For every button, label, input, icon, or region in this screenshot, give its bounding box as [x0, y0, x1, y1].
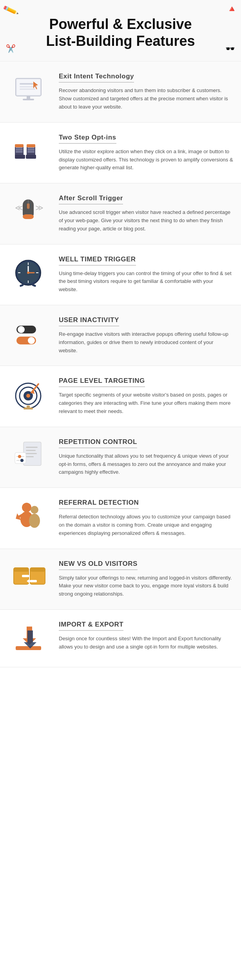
svg-rect-11 [16, 149, 23, 150]
repetition-desc: Unique functionality that allows you to … [59, 452, 233, 476]
after-scroll-content: After Scroll Trigger Use advanced scroll… [59, 194, 233, 233]
svg-rect-66 [14, 568, 29, 572]
after-scroll-icon: ≪ ≫ [8, 194, 51, 230]
page-level-content: PAGE LEVEL TARGETING Target specific seg… [59, 377, 233, 415]
feature-import-export: IMPORT & EXPORT Design once for countles… [0, 610, 241, 667]
svg-rect-14 [26, 155, 36, 159]
user-inactivity-desc: Re-engage inactive visitors with interac… [59, 330, 233, 355]
referral-content: REFERRAL DETECTION Referral detection te… [59, 499, 233, 537]
svg-text:≪: ≪ [15, 203, 23, 212]
pencil-icon: ✏️ [2, 2, 19, 19]
svg-rect-70 [30, 568, 45, 572]
import-export-icon [8, 621, 51, 656]
svg-rect-49 [27, 406, 30, 408]
page-title: Powerful & Exclusive List-Building Featu… [24, 16, 217, 49]
svg-point-39 [18, 326, 25, 333]
svg-rect-6 [23, 99, 34, 100]
svg-rect-54 [26, 456, 34, 457]
svg-rect-17 [27, 151, 34, 152]
svg-rect-25 [23, 214, 34, 219]
svg-rect-53 [26, 453, 37, 454]
svg-point-62 [31, 506, 38, 514]
svg-rect-16 [27, 149, 34, 150]
two-step-content: Two Step Opt-ins Utilize the visitor exp… [59, 134, 233, 172]
svg-rect-4 [20, 89, 35, 90]
new-vs-old-title: NEW VS OLD VISITORS [59, 560, 138, 570]
svg-point-41 [28, 337, 35, 344]
feature-page-level: PAGE LEVEL TARGETING Target specific seg… [0, 366, 241, 427]
after-scroll-desc: Use advanced scroll trigger when visitor… [59, 208, 233, 233]
repetition-title: REPETITION CONTROL [59, 438, 137, 448]
svg-rect-10 [16, 147, 23, 149]
two-step-title: Two Step Opt-ins [59, 134, 116, 144]
svg-rect-67 [22, 575, 29, 577]
svg-point-59 [20, 459, 24, 462]
svg-point-47 [26, 394, 30, 398]
new-vs-old-icon [8, 560, 51, 595]
user-inactivity-title: USER INACTIVITY [59, 316, 119, 326]
after-scroll-title: After Scroll Trigger [59, 194, 123, 205]
exit-intent-icon [8, 72, 51, 108]
scissors-icon: ✂️ [6, 44, 16, 53]
feature-user-inactivity: USER INACTIVITY Re-engage inactive visit… [0, 305, 241, 366]
new-vs-old-desc: Simply tailor your offerings to new, ret… [59, 574, 233, 598]
svg-rect-18 [15, 144, 24, 147]
svg-rect-36 [20, 284, 24, 287]
svg-rect-19 [27, 144, 35, 147]
svg-rect-37 [32, 284, 36, 287]
svg-rect-52 [26, 450, 36, 451]
feature-well-timed: WELL TIMED TRIGGER Using time-delay trig… [0, 245, 241, 305]
well-timed-desc: Using time-delay triggers you can contro… [59, 270, 233, 294]
well-timed-content: WELL TIMED TRIGGER Using time-delay trig… [59, 255, 233, 294]
svg-rect-55 [15, 453, 26, 464]
svg-point-57 [18, 455, 21, 458]
exit-intent-title: Exit Intent Technology [59, 72, 134, 83]
feature-after-scroll: ≪ ≫ After Scroll Trigger Use advanced sc… [0, 183, 241, 244]
well-timed-icon [8, 255, 51, 291]
user-inactivity-icon [8, 316, 51, 351]
two-step-desc: Utilize the visitor explore action when … [59, 148, 233, 172]
new-vs-old-content: NEW VS OLD VISITORS Simply tailor your o… [59, 560, 233, 598]
page-level-desc: Target specific segments of your website… [59, 391, 233, 415]
svg-rect-71 [30, 580, 37, 582]
svg-rect-35 [27, 260, 30, 262]
import-export-desc: Design once for countless sites! With th… [59, 635, 233, 651]
referral-icon [8, 499, 51, 534]
page-header: ✏️ 🔺 ✂️ 🕶️ Powerful & Exclusive List-Bui… [0, 0, 241, 62]
two-step-icon [8, 134, 51, 169]
triangle-icon: 🔺 [227, 4, 237, 14]
svg-rect-51 [26, 447, 38, 448]
feature-repetition: REPETITION CONTROL Unique functionality … [0, 427, 241, 488]
svg-point-34 [27, 272, 29, 274]
well-timed-title: WELL TIMED TRIGGER [59, 255, 136, 266]
referral-desc: Referral detection technology allows you… [59, 513, 233, 537]
svg-rect-12 [16, 151, 23, 152]
exit-intent-content: Exit Intent Technology Recover abandonin… [59, 72, 233, 111]
svg-point-60 [22, 503, 31, 512]
referral-title: REFERRAL DETECTION [59, 499, 139, 509]
glasses-icon: 🕶️ [225, 44, 235, 53]
import-export-title: IMPORT & EXPORT [59, 621, 123, 631]
repetition-icon [8, 438, 51, 473]
exit-intent-desc: Recover abandoning visitors and turn the… [59, 87, 233, 111]
svg-rect-15 [27, 147, 34, 149]
svg-rect-2 [20, 83, 33, 85]
repetition-content: REPETITION CONTROL Unique functionality … [59, 438, 233, 476]
user-inactivity-content: USER INACTIVITY Re-engage inactive visit… [59, 316, 233, 355]
feature-referral: REFERRAL DETECTION Referral detection te… [0, 488, 241, 549]
svg-text:≫: ≫ [35, 203, 43, 212]
feature-new-vs-old: NEW VS OLD VISITORS Simply tailor your o… [0, 549, 241, 610]
page-level-title: PAGE LEVEL TARGETING [59, 377, 145, 387]
svg-rect-9 [15, 155, 25, 159]
page-level-icon [8, 377, 51, 412]
feature-exit-intent: Exit Intent Technology Recover abandonin… [0, 62, 241, 122]
svg-rect-5 [27, 96, 30, 99]
import-export-content: IMPORT & EXPORT Design once for countles… [59, 621, 233, 651]
svg-point-63 [29, 514, 40, 528]
feature-two-step: Two Step Opt-ins Utilize the visitor exp… [0, 123, 241, 183]
